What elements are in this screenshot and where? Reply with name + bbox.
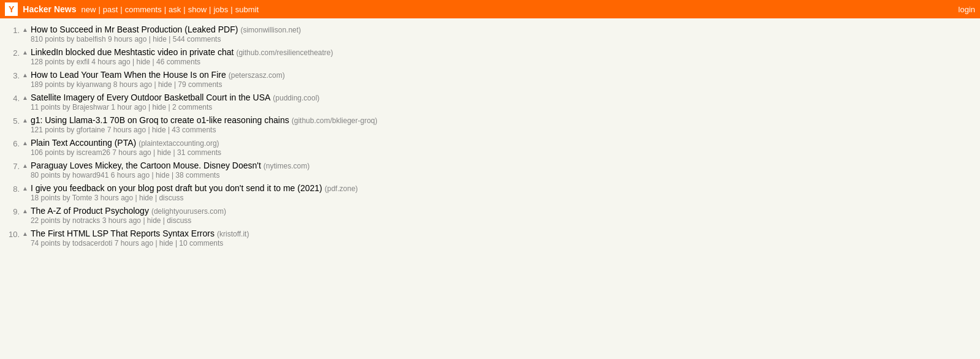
- story-title-line: Plain Text Accounting (PTA)(plaintextacc…: [31, 138, 975, 148]
- story-rank: 8.: [2, 183, 20, 194]
- comments-link[interactable]: 46 comments: [156, 58, 200, 66]
- story-author[interactable]: babelfish: [77, 35, 106, 43]
- story-content: How to Succeed in Mr Beast Production (L…: [31, 25, 975, 46]
- upvote-button[interactable]: ▲: [22, 138, 28, 146]
- story-title-line: The A-Z of Product Psychology(delightyou…: [31, 206, 975, 216]
- story-author[interactable]: todsacerdoti: [72, 239, 112, 248]
- story-row: 4.▲Satellite Imagery of Every Outdoor Ba…: [0, 91, 980, 114]
- header-left: Y Hacker News new | past | comments | as…: [5, 2, 259, 16]
- story-time: 6 hours ago: [111, 171, 150, 180]
- story-time: 8 hours ago: [113, 80, 152, 89]
- story-points: 74 points: [31, 239, 61, 248]
- nav-show[interactable]: show: [188, 5, 207, 14]
- story-title-line: I give you feedback on your blog post dr…: [31, 183, 975, 193]
- comments-link[interactable]: 79 comments: [178, 80, 222, 89]
- story-row: 10.▲The First HTML LSP That Reports Synt…: [0, 227, 980, 250]
- upvote-button[interactable]: ▲: [22, 115, 28, 124]
- nav-submit[interactable]: submit: [235, 5, 259, 14]
- story-title-link[interactable]: How to Lead Your Team When the House Is …: [31, 70, 226, 80]
- story-points: 189 points: [31, 80, 64, 89]
- nav-past[interactable]: past: [103, 5, 118, 14]
- hide-link[interactable]: hide: [153, 35, 167, 43]
- story-meta: 74 points by todsacerdoti 7 hours ago | …: [31, 239, 975, 248]
- nav-comments[interactable]: comments: [125, 5, 162, 14]
- nav-sep-1: |: [98, 5, 100, 14]
- nav-sep-3: |: [164, 5, 166, 14]
- hide-link[interactable]: hide: [152, 126, 166, 134]
- hide-link[interactable]: hide: [156, 171, 170, 180]
- upvote-button[interactable]: ▲: [22, 25, 28, 33]
- upvote-button[interactable]: ▲: [22, 47, 28, 56]
- story-points: 128 points: [31, 58, 64, 66]
- upvote-button[interactable]: ▲: [22, 93, 28, 101]
- login-link[interactable]: login: [959, 5, 975, 14]
- story-title-link[interactable]: Plain Text Accounting (PTA): [31, 138, 136, 148]
- story-rank: 1.: [2, 25, 20, 35]
- story-author[interactable]: iscream26: [77, 148, 110, 157]
- story-title-link[interactable]: Satellite Imagery of Every Outdoor Baske…: [31, 93, 270, 102]
- comments-link[interactable]: 38 comments: [175, 171, 219, 180]
- story-points: 106 points: [31, 148, 64, 157]
- story-title-link[interactable]: The First HTML LSP That Reports Syntax E…: [31, 229, 215, 238]
- story-meta: 80 points by howard941 6 hours ago | hid…: [31, 171, 975, 180]
- story-author[interactable]: gfortaine: [77, 126, 105, 134]
- upvote-button[interactable]: ▲: [22, 183, 28, 192]
- story-domain: (delightyourusers.com): [151, 207, 226, 216]
- story-author[interactable]: notracks: [72, 216, 100, 225]
- hide-link[interactable]: hide: [158, 80, 172, 89]
- story-rank: 6.: [2, 138, 20, 148]
- story-title-link[interactable]: g1: Using Llama-3.1 70B on Groq to creat…: [31, 115, 289, 125]
- story-author[interactable]: howard941: [72, 171, 108, 180]
- story-title-link[interactable]: How to Succeed in Mr Beast Production (L…: [31, 25, 238, 34]
- upvote-button[interactable]: ▲: [22, 229, 28, 237]
- story-author[interactable]: Tomte: [72, 194, 93, 202]
- story-time: 7 hours ago: [107, 126, 146, 134]
- hide-link[interactable]: hide: [147, 216, 161, 225]
- story-domain: (pudding.cool): [273, 94, 319, 102]
- story-meta: 128 points by exfil 4 hours ago | hide |…: [31, 58, 975, 66]
- comments-link[interactable]: 544 comments: [173, 35, 221, 43]
- story-rank: 5.: [2, 115, 20, 126]
- story-time: 3 hours ago: [94, 194, 133, 202]
- story-row: 1.▲How to Succeed in Mr Beast Production…: [0, 23, 980, 46]
- story-list: 1.▲How to Succeed in Mr Beast Production…: [0, 18, 980, 255]
- story-author[interactable]: exfil: [77, 58, 89, 66]
- discuss-link[interactable]: discuss: [167, 216, 191, 225]
- hn-logo[interactable]: Y: [5, 2, 18, 16]
- story-rank: 3.: [2, 70, 20, 80]
- story-row: 3.▲How to Lead Your Team When the House …: [0, 69, 980, 91]
- story-meta: 106 points by iscream26 7 hours ago | hi…: [31, 148, 975, 157]
- story-points: 11 points: [31, 103, 61, 111]
- story-title-link[interactable]: Paraguay Loves Mickey, the Cartoon Mouse…: [31, 161, 261, 170]
- comments-link[interactable]: 2 comments: [172, 103, 212, 111]
- upvote-button[interactable]: ▲: [22, 206, 28, 214]
- story-title-link[interactable]: The A-Z of Product Psychology: [31, 206, 149, 216]
- site-title[interactable]: Hacker News: [23, 4, 76, 14]
- nav-new[interactable]: new: [82, 5, 96, 14]
- hide-link[interactable]: hide: [153, 103, 167, 111]
- comments-link[interactable]: 43 comments: [172, 126, 216, 134]
- story-title-link[interactable]: I give you feedback on your blog post dr…: [31, 183, 322, 193]
- story-title-line: LinkedIn blocked due Meshtastic video in…: [31, 47, 975, 57]
- story-content: Satellite Imagery of Every Outdoor Baske…: [31, 93, 975, 114]
- story-points: 18 points: [31, 194, 61, 202]
- story-points: 121 points: [31, 126, 64, 134]
- upvote-button[interactable]: ▲: [22, 161, 28, 169]
- hide-link[interactable]: hide: [137, 58, 151, 66]
- hide-link[interactable]: hide: [158, 148, 172, 157]
- comments-link[interactable]: 10 comments: [179, 239, 223, 248]
- discuss-link[interactable]: discuss: [159, 194, 183, 202]
- nav-ask[interactable]: ask: [169, 5, 181, 14]
- upvote-button[interactable]: ▲: [22, 70, 28, 78]
- story-title-link[interactable]: LinkedIn blocked due Meshtastic video in…: [31, 47, 234, 57]
- nav-jobs[interactable]: jobs: [213, 5, 228, 14]
- hide-link[interactable]: hide: [159, 239, 173, 248]
- comments-link[interactable]: 31 comments: [177, 148, 221, 157]
- story-content: g1: Using Llama-3.1 70B on Groq to creat…: [31, 115, 975, 137]
- story-author[interactable]: kiyanwang: [77, 80, 112, 89]
- story-title-line: How to Lead Your Team When the House Is …: [31, 70, 975, 80]
- story-domain: (pdf.zone): [325, 184, 358, 193]
- hide-link[interactable]: hide: [139, 194, 153, 202]
- story-domain: (plaintextaccounting.org): [139, 139, 219, 148]
- story-author[interactable]: Brajeshwar: [72, 103, 109, 111]
